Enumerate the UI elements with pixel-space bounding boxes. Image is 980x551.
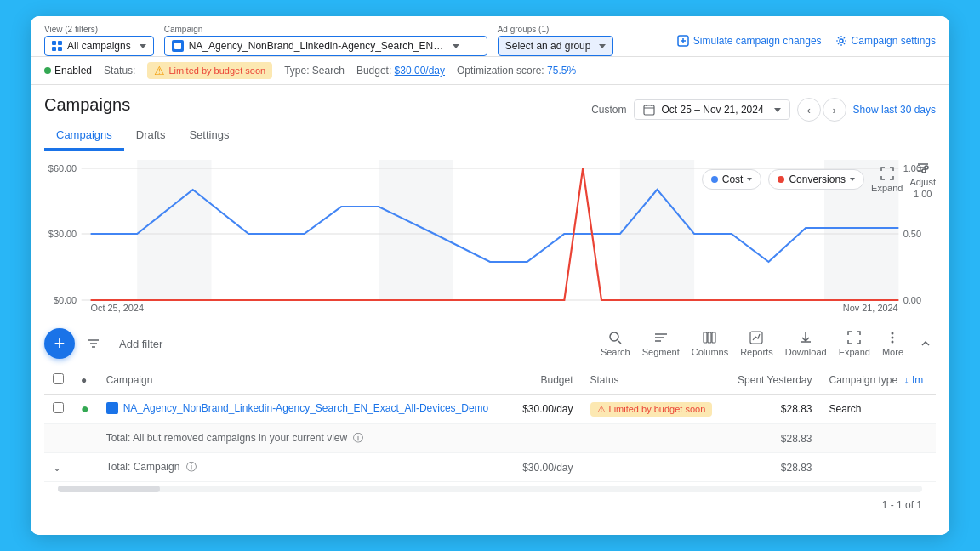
top-actions: Simulate campaign changes Campaign setti…: [677, 35, 936, 47]
more-btn[interactable]: More: [882, 330, 903, 357]
sort-icon[interactable]: ↓ Im: [904, 374, 924, 386]
add-filter-btn[interactable]: Add filter: [112, 334, 169, 354]
cost-chevron: [747, 178, 752, 181]
chart-controls: Cost Conversions Expand: [702, 160, 936, 199]
svg-text:0.50: 0.50: [903, 230, 921, 239]
settings-link[interactable]: Campaign settings: [835, 35, 936, 47]
adgroup-label: Ad groups (1): [498, 25, 614, 34]
campaign-select-box[interactable]: NA_Agency_NonBrand_Linkedin-Agency_Searc…: [164, 36, 487, 56]
adgroup-value: Select an ad group: [505, 40, 591, 52]
warn-icon: ⚠: [154, 64, 165, 77]
settings-label: Campaign settings: [852, 35, 936, 47]
expand-total-btn[interactable]: ⌄: [53, 462, 61, 474]
segment-btn[interactable]: Segment: [642, 330, 680, 357]
table-header-row: ● Campaign Budget Status Spent Yesterday: [44, 366, 936, 395]
svg-rect-21: [704, 332, 707, 343]
svg-point-4: [922, 169, 926, 173]
adgroup-select-box[interactable]: Select an ad group: [498, 36, 614, 56]
select-all-checkbox[interactable]: [53, 373, 64, 384]
svg-text:$60.00: $60.00: [48, 164, 77, 173]
status-label: Status:: [104, 65, 135, 77]
download-btn[interactable]: Download: [785, 330, 827, 357]
toolbar-right: Search Segment Columns: [601, 330, 936, 357]
conversions-btn[interactable]: Conversions: [768, 169, 864, 190]
campaign-type-icon: [106, 402, 118, 414]
columns-icon: [702, 330, 717, 345]
top-bar: View (2 filters) All campaigns Campaign …: [31, 16, 949, 57]
svg-text:Oct 25, 2024: Oct 25, 2024: [91, 304, 145, 313]
campaign-icon: [172, 40, 184, 52]
simulate-link[interactable]: Simulate campaign changes: [677, 35, 822, 47]
tab-campaigns[interactable]: Campaigns: [44, 122, 124, 151]
date-range: Oct 25 – Nov 21, 2024: [662, 104, 764, 116]
th-spent-yesterday: Spent Yesterday: [726, 366, 820, 395]
svg-point-1: [840, 39, 843, 43]
main-content: Campaigns Custom Oct 25 – Nov 21, 2024 ‹…: [31, 85, 949, 535]
expand-toolbar-icon: [846, 330, 862, 345]
row-checkbox[interactable]: [53, 402, 64, 413]
collapse-btn[interactable]: [915, 333, 936, 354]
chevron-up-icon: [919, 337, 932, 350]
adjust-chart-btn[interactable]: Adjust 1.00: [909, 160, 936, 199]
campaign-chevron: [453, 44, 459, 48]
svg-rect-23: [712, 332, 715, 343]
svg-text:$0.00: $0.00: [54, 296, 77, 305]
svg-text:Nov 21, 2024: Nov 21, 2024: [843, 304, 898, 313]
simulate-label: Simulate campaign changes: [693, 35, 822, 47]
svg-text:0.00: 0.00: [903, 296, 921, 305]
tab-drafts[interactable]: Drafts: [124, 122, 178, 151]
row-campaign-cell: NA_Agency_NonBrand_Linkedin-Agency_Searc…: [98, 395, 512, 424]
date-picker[interactable]: Oct 25 – Nov 21, 2024: [634, 99, 790, 120]
expand-toolbar-btn[interactable]: Expand: [839, 330, 870, 357]
svg-point-26: [892, 337, 894, 339]
scroll-bar[interactable]: [58, 486, 160, 492]
segment-icon: [653, 330, 669, 345]
campaign-value: NA_Agency_NonBrand_Linkedin-Agency_Searc…: [189, 40, 444, 52]
columns-btn[interactable]: Columns: [692, 330, 728, 357]
expand-chart-btn[interactable]: Expand: [871, 166, 903, 193]
row-status-cell: ⚠ Limited by budget soon: [582, 395, 726, 424]
show-last-btn[interactable]: Show last 30 days: [853, 104, 936, 116]
reports-btn[interactable]: Reports: [740, 330, 773, 357]
adjust-icon: [915, 160, 931, 175]
custom-label: Custom: [591, 104, 626, 116]
view-label: View (2 filters): [44, 25, 154, 34]
status-bar: Enabled Status: ⚠ Limited by budget soon…: [31, 57, 949, 85]
svg-point-20: [610, 332, 618, 341]
search-toolbar-btn[interactable]: Search: [601, 330, 630, 357]
filter-icon-btn[interactable]: [82, 332, 105, 355]
status-warn-badge: ⚠ Limited by budget soon: [147, 62, 272, 79]
tab-settings[interactable]: Settings: [177, 122, 241, 151]
row-spent-cell: $28.83: [726, 395, 820, 424]
date-prev-btn[interactable]: ‹: [797, 98, 821, 122]
reports-icon: [749, 330, 764, 345]
status-badge: ⚠ Limited by budget soon: [590, 402, 713, 417]
svg-point-27: [892, 341, 894, 344]
campaign-name-link[interactable]: NA_Agency_NonBrand_Linkedin-Agency_Searc…: [123, 402, 489, 414]
view-filter-group: View (2 filters) All campaigns: [44, 25, 154, 56]
date-next-btn[interactable]: ›: [823, 98, 846, 122]
svg-rect-22: [708, 332, 711, 343]
th-status-indicator: ●: [72, 366, 98, 395]
row-type-cell: Search: [821, 395, 937, 424]
pagination: 1 - 1 of 1: [44, 492, 936, 518]
budget-label: Budget: $30.00/day: [356, 65, 445, 77]
settings-icon: [835, 35, 847, 47]
svg-point-3: [925, 166, 928, 169]
tabs: Campaigns Drafts Settings: [44, 122, 936, 151]
date-picker-chevron: [774, 108, 781, 112]
cost-btn[interactable]: Cost: [702, 169, 762, 190]
add-button[interactable]: +: [44, 328, 75, 359]
opt-score-label: Optimization score: 75.5%: [457, 65, 576, 77]
svg-rect-2: [644, 105, 654, 115]
budget-link[interactable]: $30.00/day: [395, 65, 445, 77]
row-status-dot: ●: [81, 401, 89, 416]
svg-rect-6: [379, 160, 453, 300]
download-icon: [798, 330, 813, 345]
table-row: ● NA_Agency_NonBrand_Linkedin-Agency_Sea…: [44, 395, 936, 424]
scroll-bar-area: [58, 486, 922, 492]
chart-container: Cost Conversions Expand: [44, 151, 936, 321]
th-status: Status: [582, 366, 726, 395]
cost-label: Cost: [722, 173, 744, 185]
view-filter-select[interactable]: All campaigns: [44, 36, 154, 56]
